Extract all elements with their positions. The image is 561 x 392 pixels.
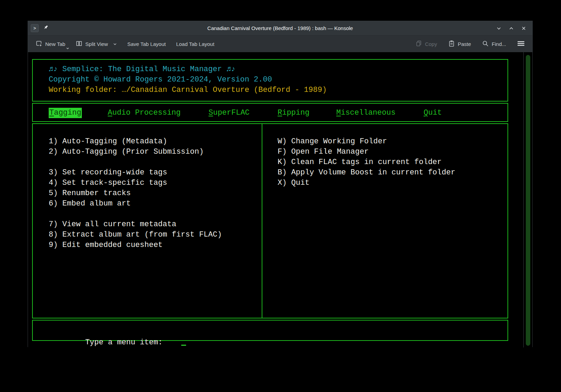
copy-label: Copy — [425, 41, 437, 47]
copyright-line: Copyright © Howard Rogers 2021-2024, Ver… — [49, 75, 507, 85]
split-view-button[interactable]: Split View — [73, 38, 120, 50]
menu-option[interactable]: W) Change Working Folder — [278, 136, 455, 147]
titlebar[interactable]: > Canadian Carnival Overture (Bedford - … — [28, 21, 532, 36]
menu-tab-audio-processing[interactable]: Audio Processing — [108, 108, 181, 118]
tagging-menu-list: 1) Auto-Tagging (Metadata) 2) Auto-Taggi… — [49, 136, 222, 250]
search-icon — [482, 40, 489, 48]
menu-option[interactable]: 5) Renumber tracks — [49, 188, 222, 199]
copy-button[interactable]: Copy — [413, 38, 440, 50]
scrollbar-handle[interactable] — [526, 55, 530, 346]
menu-option[interactable]: 8) Extract album art (from first FLAC) — [49, 230, 222, 240]
split-view-dropdown-icon[interactable] — [113, 41, 117, 47]
menu-option[interactable]: 4) Set track-specific tags — [49, 178, 222, 188]
prompt-box: Type a menu item: — [32, 320, 508, 341]
save-tab-layout-label: Save Tab Layout — [127, 41, 166, 47]
split-view-icon — [76, 40, 83, 48]
new-tab-label: New Tab — [45, 41, 65, 47]
menu-tab-superflac[interactable]: SuperFLAC — [209, 108, 250, 118]
new-tab-button[interactable]: New Tab — [33, 38, 68, 50]
paste-button[interactable]: Paste — [445, 38, 474, 50]
paste-icon — [448, 40, 455, 48]
load-tab-layout-label: Load Tab Layout — [176, 41, 214, 47]
new-tab-icon — [36, 40, 42, 48]
menu-option[interactable]: 7) View all current metadata — [49, 219, 222, 230]
find-button[interactable]: Find... — [479, 38, 509, 50]
pin-icon[interactable] — [43, 25, 49, 32]
blank-line — [49, 209, 222, 219]
maximize-button[interactable] — [507, 25, 515, 32]
copy-icon — [415, 40, 422, 48]
menu-tab-quit[interactable]: Quit — [424, 108, 442, 118]
pane-divider — [262, 124, 262, 318]
menu-tab-miscellaneous[interactable]: Miscellaneous — [336, 108, 396, 118]
prompt-label: Type a menu item: — [85, 338, 163, 347]
app-header-box: ♬♪ Semplice: The Digital Music Manager ♬… — [32, 59, 508, 102]
close-button[interactable] — [520, 25, 528, 32]
save-tab-layout-button[interactable]: Save Tab Layout — [125, 39, 168, 49]
menu-option[interactable]: X) Quit — [278, 178, 455, 188]
menu-option[interactable]: 2) Auto-Tagging (Prior Submission) — [49, 147, 222, 157]
window-title: Canadian Carnival Overture (Bedford - 19… — [28, 25, 532, 31]
menu-bar-box: Tagging Audio Processing SuperFLAC Rippi… — [32, 103, 508, 122]
terminal-screen[interactable]: ♬♪ Semplice: The Digital Music Manager ♬… — [28, 52, 532, 347]
menu-option[interactable]: 9) Edit embedded cuesheet — [49, 240, 222, 250]
menu-tab-tagging[interactable]: Tagging — [49, 108, 82, 118]
menu-option[interactable]: 6) Embed album art — [49, 199, 222, 209]
konsole-window: > Canadian Carnival Overture (Bedford - … — [28, 21, 533, 347]
find-label: Find... — [492, 41, 506, 47]
app-title-line: ♬♪ Semplice: The Digital Music Manager ♬… — [49, 64, 507, 75]
toolbar: New Tab Split View — [28, 36, 532, 52]
menu-option[interactable]: F) Open File Manager — [278, 147, 455, 157]
hamburger-menu-button[interactable] — [514, 38, 528, 50]
working-folder-line: Working folder: …/Canadian Carnival Over… — [49, 85, 507, 95]
menu-option[interactable]: K) Clean FLAC tags in current folder — [278, 157, 455, 168]
paste-label: Paste — [458, 41, 471, 47]
menu-option[interactable]: 3) Set recording-wide tags — [49, 168, 222, 178]
menu-option[interactable]: 1) Auto-Tagging (Metadata) — [49, 136, 222, 147]
terminal-cursor[interactable] — [181, 345, 186, 346]
scrollbar-track[interactable] — [523, 52, 532, 347]
new-tab-dropdown-icon[interactable] — [66, 45, 69, 51]
menu-option[interactable]: B) Apply Volume Boost in current folder — [278, 168, 455, 178]
split-view-label: Split View — [85, 41, 108, 47]
load-tab-layout-button[interactable]: Load Tab Layout — [173, 39, 217, 49]
konsole-app-icon[interactable]: > — [31, 24, 39, 32]
menu-tab-ripping[interactable]: Ripping — [278, 108, 309, 118]
hamburger-icon — [517, 40, 525, 48]
blank-line — [49, 157, 222, 168]
main-menu-box: 1) Auto-Tagging (Metadata) 2) Auto-Taggi… — [32, 123, 508, 318]
global-menu-list: W) Change Working Folder F) Open File Ma… — [278, 136, 455, 188]
minimize-button[interactable] — [495, 25, 503, 32]
